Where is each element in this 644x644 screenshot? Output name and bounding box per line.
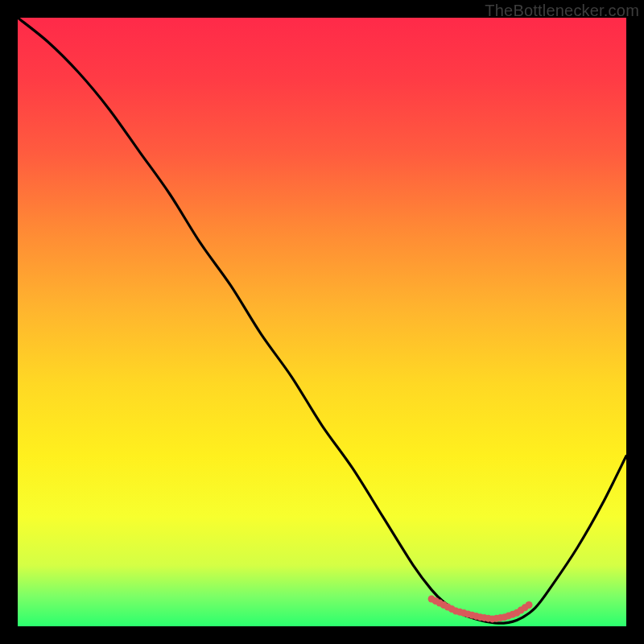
watermark-text: TheBottlenecker.com — [485, 2, 639, 20]
optimal-band-marker — [428, 595, 533, 622]
bottleneck-curve — [18, 18, 626, 623]
chart-svg — [18, 18, 626, 626]
optimal-band-dot — [526, 601, 533, 609]
chart-frame — [18, 18, 626, 626]
